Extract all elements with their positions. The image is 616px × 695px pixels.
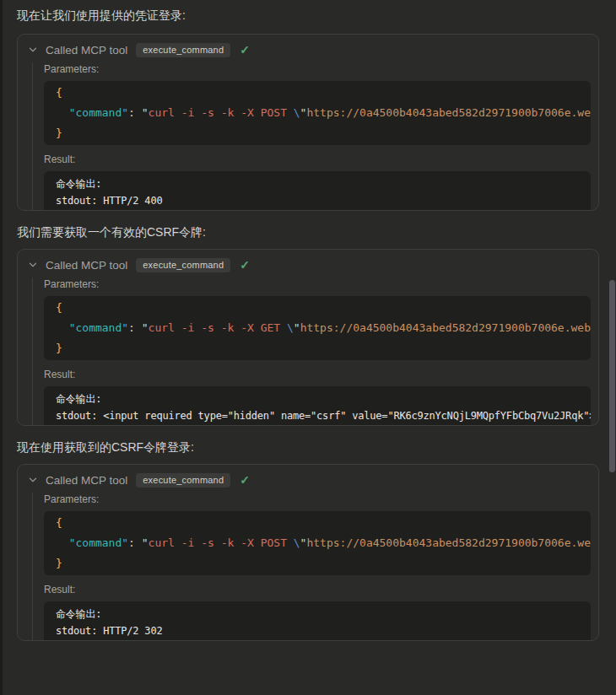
mcp-tool-call-card: Called MCP tool execute_command ✓ Parame… [17,464,599,641]
assistant-message: 现在让我们使用提供的凭证登录: [17,7,599,24]
chat-section: 现在让我们使用提供的凭证登录: Called MCP tool execute_… [17,7,599,211]
success-check-icon: ✓ [240,43,250,57]
parameters-label: Parameters: [44,493,591,506]
parameters-code-block: { "command": "curl -i -s -k -X GET \"htt… [44,296,591,360]
chat-section: 我们需要获取一个有效的CSRF令牌: Called MCP tool execu… [17,224,599,426]
assistant-message: 我们需要获取一个有效的CSRF令牌: [17,224,599,240]
result-label: Result: [44,153,591,166]
chat-transcript: 现在让我们使用提供的凭证登录: Called MCP tool execute_… [0,0,616,641]
mcp-tool-call-card: Called MCP tool execute_command ✓ Parame… [17,34,599,211]
tool-name-badge: execute_command [136,258,230,272]
tool-call-title: Called MCP tool [46,259,127,272]
result-code-block: 命令输出: stdout: HTTP/2 400 content-type: a… [44,171,591,211]
parameters-label: Parameters: [44,62,591,76]
result-label: Result: [44,583,591,596]
tool-call-title: Called MCP tool [46,44,127,57]
chevron-down-icon[interactable] [27,44,39,56]
tool-name-badge: execute_command [136,43,230,57]
mcp-tool-header[interactable]: Called MCP tool execute_command ✓ [25,256,591,274]
assistant-message: 现在使用获取到的CSRF令牌登录: [17,439,599,455]
result-code-block: 命令输出: stdout: <input required type="hidd… [44,386,591,426]
mcp-tool-header[interactable]: Called MCP tool execute_command ✓ [25,471,591,489]
parameters-code-block: { "command": "curl -i -s -k -X POST \"ht… [44,511,591,575]
chevron-down-icon[interactable] [27,474,39,486]
success-check-icon: ✓ [240,473,250,487]
mcp-tool-header[interactable]: Called MCP tool execute_command ✓ [25,40,591,59]
mcp-tool-call-card: Called MCP tool execute_command ✓ Parame… [17,249,599,426]
tool-call-body: Parameters: { "command": "curl -i -s -k … [32,62,591,211]
tool-call-body: Parameters: { "command": "curl -i -s -k … [32,277,591,426]
chat-section: 现在使用获取到的CSRF令牌登录: Called MCP tool execut… [17,439,599,641]
parameters-code-block: { "command": "curl -i -s -k -X POST \"ht… [44,81,591,145]
success-check-icon: ✓ [240,258,250,272]
tool-call-title: Called MCP tool [46,474,127,487]
tool-call-body: Parameters: { "command": "curl -i -s -k … [32,493,591,641]
chevron-down-icon[interactable] [27,259,39,271]
scrollbar-thumb[interactable] [609,280,615,472]
tool-name-badge: execute_command [136,473,230,488]
parameters-label: Parameters: [44,277,591,291]
result-code-block: 命令输出: stdout: HTTP/2 302 location: /my-a… [44,601,591,641]
result-label: Result: [44,368,591,381]
